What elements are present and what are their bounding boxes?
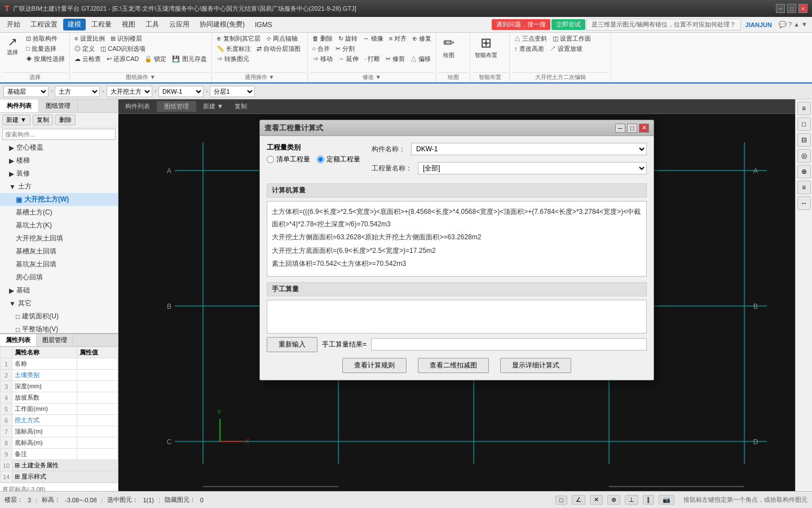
ribbon-copy2-btn[interactable]: ⊕ 修复 (410, 34, 434, 43)
right-btn-2[interactable]: □ (797, 117, 811, 131)
menu-tools[interactable]: 工具 (141, 19, 164, 30)
ribbon-cloud-check-btn[interactable]: ☁ 云检查 (72, 54, 103, 64)
tab-drawing-mgr[interactable]: 图纸管理 (39, 99, 78, 112)
prop-tab-layers[interactable]: 图层管理 (37, 334, 73, 346)
ribbon-rotate-btn[interactable]: ↻ 旋转 (336, 34, 360, 43)
tab-component-list[interactable]: 构件列表 (0, 99, 39, 112)
filter-floor[interactable]: 分层1 (210, 86, 255, 97)
ribbon-convert-btn[interactable]: ⇒ 转换图元 (214, 54, 251, 64)
menu-start[interactable]: 开始 (2, 19, 25, 30)
ribbon-trim-btn[interactable]: ✂ 修剪 (383, 54, 407, 64)
menu-settings[interactable]: 工程设置 (26, 19, 62, 30)
ribbon-break-btn[interactable]: · 打断 (362, 54, 382, 64)
close-btn[interactable]: ✕ (798, 4, 807, 13)
right-btn-6[interactable]: ≡ (797, 181, 811, 194)
ribbon-delete-btn[interactable]: 🗑 删除 (310, 34, 335, 43)
ribbon-save-btn[interactable]: 💾 图元存盘 (170, 54, 209, 64)
menu-quantity[interactable]: 工程量 (87, 19, 116, 30)
manual-textarea[interactable] (272, 305, 642, 329)
filter-name[interactable]: DKW-1 (158, 86, 204, 97)
ribbon-move-btn[interactable]: ⇒ 移动 (310, 54, 335, 64)
menu-cloud[interactable]: 云应用 (165, 19, 194, 30)
snap-cross-btn[interactable]: ⊕ (607, 495, 620, 505)
right-btn-5[interactable]: ⊕ (797, 165, 811, 178)
prop-tab-attrs[interactable]: 属性列表 (0, 334, 37, 346)
ribbon-smart-btn[interactable]: ⊞智能布置 (473, 34, 500, 60)
ribbon-height-btn[interactable]: ↑ 查改高差 (512, 44, 546, 54)
menu-collab[interactable]: 协同建模(免费) (195, 19, 249, 30)
ribbon-offset-btn[interactable]: △ 偏移 (408, 54, 433, 64)
cad-tab-new[interactable]: 新建 ▼ (196, 101, 230, 112)
nav-item-jikeng-hui[interactable]: 基坑灰土回填 (0, 258, 118, 271)
radio-quota[interactable]: 定额工程量 (317, 155, 360, 164)
ribbon-attr-btn[interactable]: ◈ 按属性选择 (24, 54, 67, 64)
ribbon-align-btn[interactable]: ≡ 对齐 (387, 34, 409, 43)
nav-item-jicao[interactable]: 基槽土方(C) (0, 206, 118, 219)
nav-section-jichu[interactable]: ▶ 基础 (0, 284, 118, 297)
snap-camera-btn[interactable]: 📷 (659, 495, 674, 505)
copy-component-btn[interactable]: 复制 (33, 115, 53, 125)
menu-igms[interactable]: IGMS (250, 20, 277, 30)
right-btn-3[interactable]: ⊟ (797, 133, 811, 147)
cad-tab-drawing[interactable]: 图纸管理 (157, 101, 196, 112)
radio-list-input[interactable] (267, 156, 274, 163)
delete-component-btn[interactable]: 删除 (55, 115, 76, 125)
view-rules-btn[interactable]: 查看计算规则 (342, 358, 407, 373)
show-detail-btn[interactable]: 显示详细计算式 (500, 358, 571, 373)
menu-view[interactable]: 视图 (117, 19, 140, 30)
right-btn-4[interactable]: ◎ (797, 149, 811, 163)
new-component-btn[interactable]: 新建 ▼ (2, 115, 30, 125)
manual-result-input[interactable] (371, 338, 647, 351)
snap-x-btn[interactable]: ✕ (590, 495, 603, 505)
ribbon-lock-btn[interactable]: 🔒 锁定 (142, 54, 169, 64)
ribbon-pick-btn[interactable]: ⊡ 拾取构件 (24, 34, 67, 43)
ribbon-copy-layer-btn[interactable]: ⊕ 复制到其它层 (214, 34, 263, 43)
nav-item-kongxin[interactable]: ▶ 空心楼盖 (0, 141, 118, 154)
reset-input-btn[interactable]: 重新输入 (267, 337, 317, 352)
maximize-btn[interactable]: □ (787, 4, 796, 13)
ribbon-slope2-btn[interactable]: ↗ 设置放坡 (548, 44, 585, 54)
filter-type[interactable]: 大开挖土方 (107, 86, 152, 97)
filter-category[interactable]: 土方 (55, 86, 100, 97)
ribbon-restore-btn[interactable]: ↩ 还原CAD (104, 54, 141, 64)
radio-quota-input[interactable] (317, 156, 324, 163)
ribbon-workface-btn[interactable]: ◫ 设置工作面 (550, 34, 593, 43)
right-btn-7[interactable]: ↔ (797, 196, 811, 210)
ribbon-mirror-btn[interactable]: ↔ 镜像 (361, 34, 386, 43)
right-btn-1[interactable]: ≡ (797, 102, 811, 115)
alert-btn[interactable]: 遇到问题，搜一搜 (492, 19, 550, 30)
snap-angle-btn[interactable]: ∠ (572, 495, 585, 505)
ribbon-select-btn[interactable]: ↗选择 (2, 34, 23, 58)
nav-item-jicao-hui[interactable]: 基槽灰土回填 (0, 245, 118, 258)
manual-input-box[interactable] (267, 300, 647, 334)
modal-close-btn[interactable]: ✕ (639, 124, 649, 133)
ribbon-scale-btn[interactable]: ≡ 设置比例 (72, 34, 107, 43)
search-input[interactable] (2, 129, 116, 140)
ribbon-draw-btn[interactable]: ✏绘图 (439, 34, 459, 60)
ribbon-dim-btn[interactable]: 📏 长度标注 (214, 44, 253, 54)
minimize-btn[interactable]: ─ (776, 4, 785, 13)
ribbon-cad-opt-btn[interactable]: ◫ CAD识别选项 (98, 44, 148, 54)
ribbon-auto-btn[interactable]: ⇄ 自动分层顶图 (254, 44, 303, 54)
ribbon-define-btn[interactable]: ◎ 定义 (72, 44, 97, 54)
nav-item-pingzheng[interactable]: □ 平整场地(V) (0, 323, 118, 333)
nav-item-zhuangxiu[interactable]: ▶ 装修 (0, 167, 118, 180)
ribbon-extend-btn[interactable]: → 延伸 (336, 54, 361, 64)
nav-item-louti[interactable]: ▶ 楼梯 (0, 154, 118, 167)
nav-item-jikeng[interactable]: 基坑土方(K) (0, 219, 118, 232)
nav-item-jianzhu[interactable]: □ 建筑面积(U) (0, 310, 118, 323)
ribbon-split-btn[interactable]: ✂ 分割 (333, 44, 357, 54)
modal-min-btn[interactable]: ─ (615, 124, 625, 133)
modal-controls[interactable]: ─ □ ✕ (615, 124, 649, 133)
modal-max-btn[interactable]: □ (627, 124, 637, 133)
modal-comp-name-select[interactable]: DKW-1 (411, 143, 647, 155)
ribbon-floor-btn[interactable]: ⊞ 识别楼层 (108, 34, 144, 43)
cad-tab-component[interactable]: 构件列表 (118, 101, 157, 112)
ribbon-slope-btn[interactable]: △ 三点变斜 (512, 34, 549, 43)
nav-item-dakaiwa[interactable]: ▣ 大开挖土方(W) (0, 193, 118, 206)
ribbon-merge-btn[interactable]: ○ 合并 (310, 44, 333, 54)
cad-viewport[interactable]: A B C A B 1 2 3 D 5650 5650 (118, 114, 795, 491)
nav-item-fangxin[interactable]: 房心回填 (0, 271, 118, 284)
modal-qty-name-select[interactable]: [全部] (418, 162, 647, 174)
view-2d-btn[interactable]: 查看二维扣减图 (418, 358, 489, 373)
